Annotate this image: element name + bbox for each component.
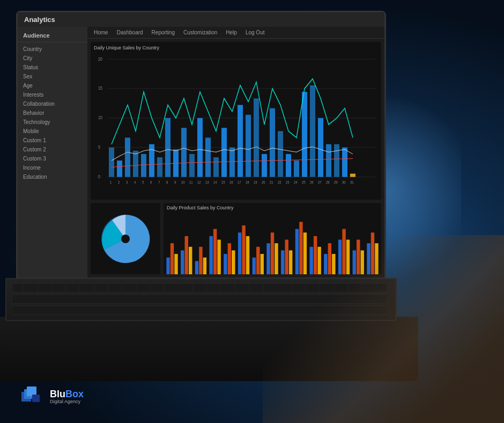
- svg-rect-106: [317, 247, 321, 274]
- logo-subtitle: Digital Agency: [50, 399, 84, 404]
- top-chart-section: Daily Unique Sales by Country 20 15 10 5…: [91, 42, 381, 200]
- sidebar-item-income[interactable]: Income: [18, 163, 87, 172]
- svg-text:15: 15: [221, 180, 225, 184]
- svg-text:7: 7: [158, 180, 160, 184]
- svg-text:5: 5: [98, 145, 100, 150]
- svg-rect-102: [299, 222, 302, 274]
- svg-rect-105: [314, 236, 317, 274]
- sidebar-item-technology[interactable]: Technology: [18, 118, 87, 127]
- svg-rect-32: [286, 154, 291, 177]
- sidebar-item-status[interactable]: Status: [18, 63, 87, 72]
- logo-name-blu: Blu: [50, 389, 65, 399]
- svg-rect-86: [224, 254, 227, 274]
- svg-rect-29: [262, 154, 267, 177]
- svg-rect-90: [242, 225, 245, 274]
- svg-rect-23: [213, 157, 219, 177]
- sidebar-item-age[interactable]: Age: [18, 81, 87, 90]
- svg-rect-120: [12, 295, 388, 304]
- svg-rect-109: [332, 254, 335, 274]
- svg-rect-12: [125, 137, 130, 177]
- svg-rect-22: [205, 137, 211, 177]
- sidebar-item-interests[interactable]: Interests: [18, 90, 87, 99]
- nav-help[interactable]: Help: [226, 30, 237, 35]
- svg-text:20: 20: [262, 180, 265, 184]
- sidebar-item-custom2[interactable]: Custom 2: [18, 145, 87, 154]
- svg-rect-114: [357, 240, 360, 274]
- svg-rect-98: [281, 251, 284, 274]
- svg-text:17: 17: [238, 180, 241, 184]
- svg-rect-79: [189, 247, 192, 274]
- svg-text:26: 26: [310, 180, 314, 184]
- svg-text:14: 14: [213, 180, 217, 184]
- svg-rect-20: [189, 154, 195, 177]
- svg-text:11: 11: [189, 180, 193, 184]
- svg-rect-116: [367, 243, 370, 274]
- svg-rect-151: [32, 395, 40, 402]
- svg-text:10: 10: [181, 180, 185, 184]
- keyboard-svg: [6, 279, 396, 320]
- sidebar-item-city[interactable]: City: [18, 54, 87, 63]
- svg-rect-74: [166, 258, 169, 274]
- svg-text:24: 24: [294, 180, 298, 184]
- svg-rect-82: [203, 258, 206, 274]
- svg-rect-17: [165, 118, 171, 177]
- svg-text:0: 0: [98, 174, 100, 179]
- svg-text:25: 25: [302, 180, 306, 184]
- svg-text:9: 9: [174, 180, 176, 184]
- svg-rect-97: [275, 243, 278, 274]
- svg-rect-10: [109, 148, 114, 177]
- svg-rect-30: [270, 108, 275, 177]
- svg-text:16: 16: [229, 180, 233, 184]
- svg-rect-16: [157, 157, 162, 177]
- svg-text:13: 13: [205, 180, 209, 184]
- nav-dashboard[interactable]: Dashboard: [117, 30, 143, 35]
- svg-text:22: 22: [278, 180, 281, 184]
- analytics-ui: Analytics Audience Country City Status S…: [18, 12, 384, 278]
- svg-rect-99: [285, 240, 288, 274]
- top-chart-title: Daily Unique Sales by Country: [94, 45, 378, 50]
- svg-rect-78: [185, 236, 188, 274]
- svg-rect-33: [294, 161, 299, 177]
- laptop: Analytics Audience Country City Status S…: [16, 11, 418, 386]
- svg-text:3: 3: [126, 180, 128, 184]
- svg-rect-104: [309, 247, 313, 274]
- sidebar-item-collaboration[interactable]: Collaboration: [18, 99, 87, 108]
- svg-rect-111: [342, 229, 345, 274]
- svg-rect-83: [209, 236, 212, 274]
- sidebar-item-custom1[interactable]: Custom 1: [18, 136, 87, 145]
- sidebar-item-sex[interactable]: Sex: [18, 72, 87, 81]
- sidebar-item-behavior[interactable]: Behavior: [18, 108, 87, 118]
- sidebar-item-mobile[interactable]: Mobile: [18, 127, 87, 136]
- svg-rect-85: [217, 240, 220, 274]
- charts-area: Daily Unique Sales by Country 20 15 10 5…: [87, 39, 384, 278]
- svg-rect-13: [133, 151, 138, 177]
- svg-rect-76: [174, 254, 177, 274]
- svg-rect-21: [197, 118, 203, 177]
- title-bar: Analytics: [18, 12, 384, 27]
- sidebar-item-country[interactable]: Country: [18, 45, 87, 54]
- svg-rect-37: [326, 144, 331, 177]
- pie-chart-section: [91, 203, 160, 274]
- svg-rect-100: [289, 251, 292, 274]
- nav-customization[interactable]: Customization: [183, 30, 217, 35]
- nav-reporting[interactable]: Reporting: [152, 30, 175, 35]
- svg-rect-35: [310, 85, 315, 177]
- bottom-charts-row: Daily Product Sales by Country: [91, 203, 381, 274]
- nav-logout[interactable]: Log Out: [246, 30, 265, 35]
- nav-home[interactable]: Home: [94, 30, 108, 35]
- sidebar-item-custom3[interactable]: Custom 3: [18, 154, 87, 163]
- bar-chart-svg: 20 15 10 5 0: [94, 53, 378, 196]
- svg-rect-27: [246, 115, 251, 177]
- svg-rect-108: [328, 243, 331, 274]
- sidebar-item-education[interactable]: Education: [18, 172, 87, 181]
- svg-rect-75: [171, 243, 174, 274]
- svg-rect-81: [199, 247, 202, 274]
- svg-text:20: 20: [98, 56, 102, 62]
- bottom-bar-chart-svg: [164, 215, 381, 274]
- svg-rect-94: [261, 254, 264, 274]
- svg-rect-103: [303, 232, 307, 274]
- svg-rect-26: [238, 105, 243, 177]
- bottom-chart-title: Daily Product Sales by Country: [164, 203, 381, 213]
- svg-text:5: 5: [142, 180, 144, 184]
- svg-text:8: 8: [166, 180, 168, 184]
